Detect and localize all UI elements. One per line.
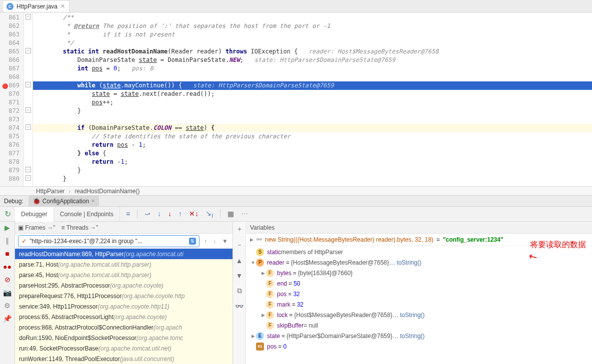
- debug-left-toolbar: ▶ ∥ ■ ●● ⊘ 📷 ⚙ 📌: [0, 222, 15, 364]
- prev-frame-icon[interactable]: ↑: [202, 238, 208, 245]
- frame-item[interactable]: parse:45, Host (org.apache.tomcat.util.h…: [15, 270, 232, 280]
- tab-debugger[interactable]: Debugger: [15, 207, 54, 222]
- mute-breakpoints-icon[interactable]: ⊘: [4, 276, 10, 284]
- frame-item[interactable]: runWorker:1149, ThreadPoolExecutor (java…: [15, 354, 232, 364]
- drop-frame-icon[interactable]: ✕↓: [189, 210, 198, 218]
- filter-icon[interactable]: ▼: [220, 238, 230, 245]
- threads-tab[interactable]: ≡ Threads →": [62, 224, 98, 231]
- evaluate-icon[interactable]: ▦: [228, 210, 234, 218]
- file-tab[interactable]: C HttpParser.java ✕: [2, 0, 70, 12]
- glasses-icon[interactable]: 👓: [235, 302, 244, 310]
- debug-body: ▶ ∥ ■ ●● ⊘ 📷 ⚙ 📌 ▣ Frames →" ≡ Threads →…: [0, 222, 592, 364]
- camera-icon[interactable]: 📷: [3, 289, 12, 297]
- stop-icon[interactable]: ■: [5, 250, 9, 258]
- debug-config-name: ConfigApplication: [42, 198, 89, 205]
- editor[interactable]: 861862863864865866867868🔴869870871872873…: [0, 12, 592, 186]
- frame-item[interactable]: service:349, Http11Processor (org.apache…: [15, 301, 232, 312]
- debug-label: Debug:: [4, 198, 24, 205]
- run-to-cursor-icon[interactable]: ↘I: [206, 209, 213, 219]
- watch-expr-text: new String(((Host.MessageBytesReader) re…: [265, 236, 434, 243]
- thread-selector[interactable]: ✓ "http-nio-1234-exec-1"@7,224 in group …: [18, 235, 200, 247]
- frames-panel: ▣ Frames →" ≡ Threads →" ✓ "http-nio-123…: [15, 222, 233, 364]
- down-icon[interactable]: ▼: [236, 272, 243, 280]
- variable-row[interactable]: FskipBuffer = null: [246, 320, 592, 331]
- settings-icon[interactable]: ⚙: [4, 302, 10, 310]
- variable-row[interactable]: 01pos = 0: [246, 341, 592, 352]
- frame-item[interactable]: run:49, SocketProcessorBase (org.apache.…: [15, 343, 232, 354]
- annotation-text: 将要读取的数据: [530, 240, 586, 250]
- breadcrumb[interactable]: HttpParser › readHostDomainName(): [0, 186, 592, 195]
- pin-icon[interactable]: 📌: [3, 315, 12, 323]
- frame-item[interactable]: parseHost:295, AbstractProcessor (org.ap…: [15, 280, 232, 291]
- frames-tab[interactable]: ▣ Frames →": [18, 224, 56, 231]
- watch-value: "config_server:1234": [443, 236, 504, 243]
- vars-toolbar: ＋ － ▲ ▼ ⧉ 👓: [233, 222, 246, 364]
- glasses-icon: ⚯: [256, 236, 262, 243]
- frame-item[interactable]: prepareRequest:776, Http11Processor (org…: [15, 291, 232, 301]
- close-icon[interactable]: ✕: [60, 3, 65, 9]
- variable-row[interactable]: Fmark = 32: [246, 299, 592, 310]
- debug-header: Debug: 🐞 ConfigApplication ✕: [0, 195, 592, 207]
- settings-icon[interactable]: ≡: [126, 210, 130, 218]
- step-over-icon[interactable]: ⤻: [144, 210, 150, 218]
- more-icon[interactable]: ⋯: [241, 210, 248, 218]
- debug-toolbar: ↻ Debugger Console | Endpoints ≡ ⤻ ↓ ↓ ↑…: [0, 207, 592, 222]
- editor-tab-bar: C HttpParser.java ✕: [0, 0, 592, 12]
- fold-column: −−−−−−−: [24, 12, 33, 186]
- variable-row[interactable]: Fend = 50: [246, 278, 592, 289]
- step-into-icon[interactable]: ↓: [158, 210, 161, 218]
- updown-icon: ⇅: [189, 238, 196, 245]
- frames-list[interactable]: readHostDomainName:869, HttpParser (org.…: [15, 249, 232, 364]
- variable-row[interactable]: ▶Fbytes = {byte[16384]@7660}: [246, 268, 592, 278]
- frame-item[interactable]: process:65, AbstractProcessorLight (org.…: [15, 312, 232, 322]
- line-gutter: 861862863864865866867868🔴869870871872873…: [0, 12, 24, 186]
- pause-icon[interactable]: ∥: [6, 237, 9, 245]
- debug-config-tab[interactable]: 🐞 ConfigApplication ✕: [28, 196, 99, 206]
- java-class-icon: C: [6, 3, 14, 10]
- frame-item[interactable]: doRun:1590, NioEndpoint$SocketProcessor …: [15, 333, 232, 343]
- force-step-into-icon[interactable]: ↓: [168, 210, 172, 218]
- variables-header: Variables: [246, 222, 592, 234]
- variables-tree[interactable]: Sstatic members of HttpParser▼Preader = …: [246, 246, 592, 364]
- bug-icon: 🐞: [32, 197, 40, 205]
- copy-icon[interactable]: ⧉: [237, 287, 242, 295]
- check-icon: ✓: [22, 238, 26, 245]
- code-area[interactable]: /** * @return The position of ':' that s…: [33, 12, 592, 186]
- view-breakpoints-icon[interactable]: ●●: [3, 263, 12, 271]
- variable-row[interactable]: ▼Preader = {Host$MessageBytesReader@7658…: [246, 257, 592, 268]
- add-watch-icon[interactable]: ＋: [236, 225, 243, 234]
- expand-icon[interactable]: ▶: [250, 237, 254, 242]
- frame-item[interactable]: parse:71, Host (org.apache.tomcat.util.h…: [15, 259, 232, 270]
- up-icon[interactable]: ▲: [236, 257, 243, 265]
- thread-name: "http-nio-1234-exec-1"@7,224 in group ".…: [30, 238, 142, 245]
- frame-item[interactable]: process:868, AbstractProtocol$Connection…: [15, 322, 232, 333]
- variables-panel: Variables ▶ ⚯ new String(((Host.MessageB…: [246, 222, 592, 364]
- breadcrumb-class[interactable]: HttpParser: [36, 188, 64, 195]
- file-tab-label: HttpParser.java: [16, 3, 58, 10]
- step-out-icon[interactable]: ↑: [178, 210, 182, 218]
- frame-item[interactable]: readHostDomainName:869, HttpParser (org.…: [15, 249, 232, 259]
- close-icon[interactable]: ✕: [91, 198, 95, 204]
- next-frame-icon[interactable]: ↓: [212, 238, 218, 245]
- chevron-right-icon: ›: [68, 188, 70, 195]
- variable-row[interactable]: Fpos = 32: [246, 289, 592, 299]
- rerun-icon[interactable]: ↻: [4, 209, 11, 219]
- breadcrumb-method[interactable]: readHostDomainName(): [74, 188, 140, 195]
- variable-row[interactable]: ▶Estate = {HttpParser$DomainParseState@7…: [246, 331, 592, 341]
- resume-icon[interactable]: ▶: [4, 224, 10, 232]
- remove-watch-icon[interactable]: －: [236, 241, 243, 250]
- tab-console[interactable]: Console | Endpoints: [54, 207, 120, 222]
- variable-row[interactable]: ▶Flock = {Host$MessageBytesReader@7658} …: [246, 310, 592, 320]
